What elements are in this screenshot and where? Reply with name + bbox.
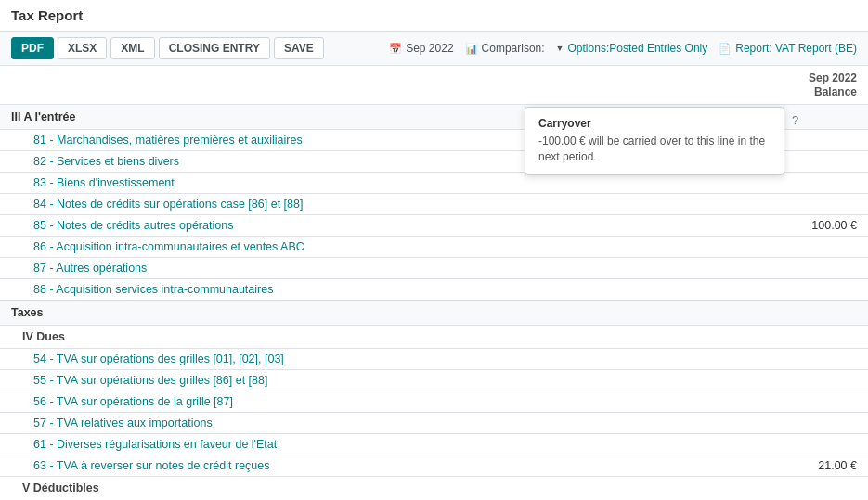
toolbar: PDF XLSX XML CLOSING ENTRY SAVE Sep 2022…	[0, 32, 868, 66]
comparison-label: Comparison:	[482, 42, 545, 55]
page-header: Tax Report	[0, 0, 868, 32]
comparison-section: Comparison:	[465, 42, 545, 55]
table-row[interactable]: 55 - TVA sur opérations des grilles [86]…	[0, 370, 868, 391]
row-label: 86 - Acquisition intra-communautaires et…	[0, 237, 757, 258]
page-title: Tax Report	[11, 7, 83, 23]
row-label: 57 - TVA relatives aux importations	[0, 413, 757, 434]
row-label: 88 - Acquisition services intra-communau…	[0, 279, 757, 301]
table-row[interactable]: 86 - Acquisition intra-communautaires et…	[0, 237, 868, 258]
col-date: Sep 2022	[809, 71, 857, 84]
row-label: 85 - Notes de crédits autres opérations	[0, 215, 757, 237]
row-value	[757, 434, 868, 455]
tooltip-title: Carryover	[538, 117, 771, 130]
row-label: 61 - Diverses régularisations en faveur …	[0, 434, 757, 455]
period-label: Sep 2022	[406, 42, 453, 55]
table-row[interactable]: 88 - Acquisition services intra-communau…	[0, 279, 868, 301]
subsection-header: IV Dues	[0, 326, 868, 349]
row-label: 84 - Notes de crédits sur opérations cas…	[0, 194, 757, 215]
pdf-button[interactable]: PDF	[11, 37, 54, 59]
row-label: 55 - TVA sur opérations des grilles [86]…	[0, 370, 757, 391]
table-row[interactable]: 61 - Diverses régularisations en faveur …	[0, 434, 868, 455]
row-label: 87 - Autres opérations	[0, 258, 757, 279]
table-row[interactable]: 63 - TVA à reverser sur notes de crédit …	[0, 455, 868, 477]
tooltip-body: -100.00 € will be carried over to this l…	[538, 134, 771, 165]
xml-button[interactable]: XML	[110, 37, 154, 59]
report-icon	[719, 43, 732, 55]
report-section[interactable]: Report: VAT Report (BE)	[719, 42, 857, 55]
table-row[interactable]: 54 - TVA sur opérations des grilles [01]…	[0, 349, 868, 370]
options-label[interactable]: Options:Posted Entries Only	[568, 42, 708, 55]
options-section[interactable]: Options:Posted Entries Only	[556, 42, 708, 55]
filter-icon	[556, 44, 564, 53]
row-value	[757, 258, 868, 279]
row-value	[757, 194, 868, 215]
col-balance: Balance	[814, 85, 857, 98]
carryover-tooltip: Carryover -100.00 € will be carried over…	[525, 107, 784, 175]
table-row[interactable]: 84 - Notes de crédits sur opérations cas…	[0, 194, 868, 215]
col-label-header	[0, 66, 757, 105]
chart-icon	[465, 43, 478, 55]
row-label: 63 - TVA à reverser sur notes de crédit …	[0, 455, 757, 477]
table-row[interactable]: 56 - TVA sur opérations de la grille [87…	[0, 391, 868, 413]
row-value	[757, 370, 868, 391]
row-label: 54 - TVA sur opérations des grilles [01]…	[0, 349, 757, 370]
tooltip-help-icon[interactable]: ?	[792, 113, 798, 127]
table-row[interactable]: 87 - Autres opérations	[0, 258, 868, 279]
app-container: Tax Report PDF XLSX XML CLOSING ENTRY SA…	[0, 0, 868, 492]
report-label: Report: VAT Report (BE)	[735, 42, 857, 55]
closing-entry-button[interactable]: CLOSING ENTRY	[159, 37, 270, 59]
xlsx-button[interactable]: XLSX	[58, 37, 107, 59]
row-label: 83 - Biens d'investissement	[0, 173, 757, 194]
row-value	[757, 413, 868, 434]
col-period-header: Sep 2022 Balance	[757, 66, 868, 105]
row-value	[757, 173, 868, 194]
period-selector[interactable]: Sep 2022	[389, 42, 453, 55]
table-row[interactable]: 83 - Biens d'investissement	[0, 173, 868, 194]
row-label: 56 - TVA sur opérations de la grille [87…	[0, 391, 757, 413]
save-button[interactable]: SAVE	[274, 37, 324, 59]
section-header: Taxes	[0, 301, 868, 326]
table-row[interactable]: 57 - TVA relatives aux importations	[0, 413, 868, 434]
row-value	[757, 279, 868, 301]
row-value: 21.00 €	[757, 455, 868, 477]
subsection-header: V Déductibles	[0, 477, 868, 493]
table-row[interactable]: 85 - Notes de crédits autres opérations1…	[0, 215, 868, 237]
calendar-icon	[389, 43, 402, 55]
row-value	[757, 237, 868, 258]
toolbar-right: Sep 2022 Comparison: Options:Posted Entr…	[389, 42, 857, 55]
row-value	[757, 391, 868, 413]
row-value	[757, 349, 868, 370]
row-value: 100.00 €	[757, 215, 868, 237]
